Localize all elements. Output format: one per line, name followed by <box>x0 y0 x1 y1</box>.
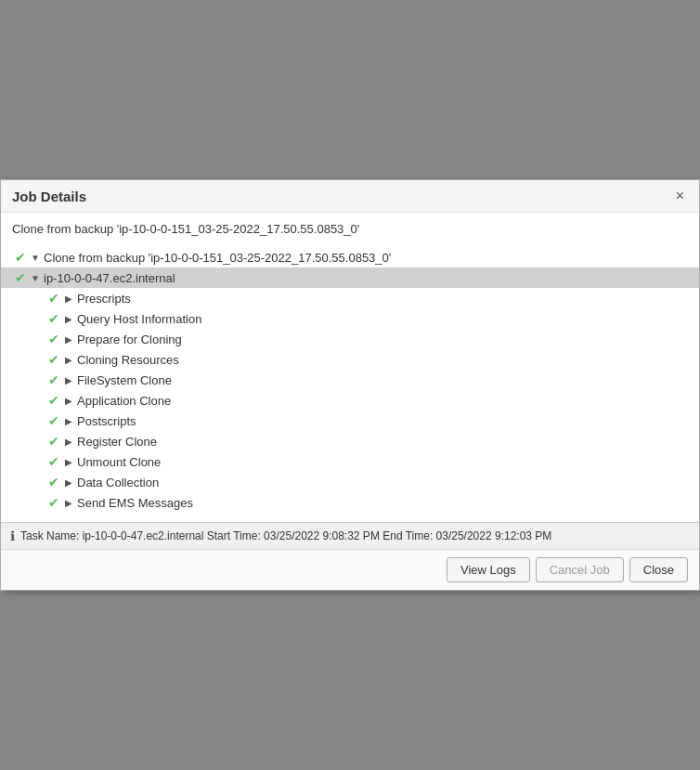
dialog-title: Job Details <box>12 189 86 204</box>
check-icon: ✔ <box>12 250 29 265</box>
tree-item[interactable]: ✔▶Unmount Clone <box>12 451 688 472</box>
expand-icon[interactable]: ▶ <box>62 416 75 426</box>
tree-item-label: Prescripts <box>77 292 131 306</box>
tree-item-label: Data Collection <box>77 476 159 489</box>
tree-item[interactable]: ✔▶Query Host Information <box>12 308 688 329</box>
status-text: Task Name: ip-10-0-0-47.ec2.internal Sta… <box>20 529 551 542</box>
tree-item[interactable]: ✔▼ip-10-0-0-47.ec2.internal <box>1 268 699 288</box>
tree-item[interactable]: ✔▶Send EMS Messages <box>12 492 688 513</box>
expand-icon[interactable]: ▶ <box>62 294 75 304</box>
expand-icon[interactable]: ▶ <box>62 457 75 467</box>
tree-item[interactable]: ✔▼Clone from backup 'ip-10-0-0-151_03-25… <box>12 247 688 268</box>
expand-icon[interactable]: ▶ <box>62 477 75 488</box>
tree-item[interactable]: ✔▶Prescripts <box>12 288 688 308</box>
check-icon: ✔ <box>45 332 62 346</box>
tree-item-label: Prepare for Cloning <box>77 333 182 346</box>
tree-item[interactable]: ✔▶Data Collection <box>12 472 688 492</box>
job-tree: ✔▼Clone from backup 'ip-10-0-0-151_03-25… <box>12 247 688 513</box>
info-icon: ℹ <box>10 529 15 543</box>
cancel-job-button[interactable]: Cancel Job <box>536 557 624 582</box>
tree-item[interactable]: ✔▶FileSystem Clone <box>12 370 688 390</box>
check-icon: ✔ <box>45 291 62 306</box>
check-icon: ✔ <box>45 495 62 510</box>
tree-item-label: FileSystem Clone <box>77 373 172 387</box>
tree-item-label: Unmount Clone <box>77 455 161 469</box>
tree-item-label: Send EMS Messages <box>77 496 193 510</box>
check-icon: ✔ <box>45 352 62 367</box>
check-icon: ✔ <box>45 434 62 449</box>
tree-item-label: Postscripts <box>77 414 136 428</box>
view-logs-button[interactable]: View Logs <box>447 557 530 582</box>
expand-icon[interactable]: ▼ <box>29 253 42 263</box>
check-icon: ✔ <box>45 475 62 489</box>
dialog-footer: View Logs Cancel Job Close <box>1 549 699 590</box>
tree-item[interactable]: ✔▶Register Clone <box>12 431 688 451</box>
check-icon: ✔ <box>45 413 62 428</box>
expand-icon[interactable]: ▶ <box>62 498 75 508</box>
dialog-body: Clone from backup 'ip-10-0-0-151_03-25-2… <box>1 213 699 522</box>
check-icon: ✔ <box>45 393 62 408</box>
check-icon: ✔ <box>12 270 29 285</box>
close-x-button[interactable]: × <box>672 188 688 204</box>
check-icon: ✔ <box>45 454 62 469</box>
tree-item-label: Cloning Resources <box>77 353 179 367</box>
tree-item-label: Register Clone <box>77 435 157 449</box>
tree-item-label: ip-10-0-0-47.ec2.internal <box>44 271 175 285</box>
tree-item-label: Application Clone <box>77 394 171 408</box>
expand-icon[interactable]: ▶ <box>62 437 75 447</box>
status-bar: ℹ Task Name: ip-10-0-0-47.ec2.internal S… <box>1 522 699 549</box>
job-details-dialog: Job Details × Clone from backup 'ip-10-0… <box>0 179 700 591</box>
expand-icon[interactable]: ▶ <box>62 314 75 324</box>
expand-icon[interactable]: ▶ <box>62 334 75 345</box>
expand-icon[interactable]: ▶ <box>62 396 75 406</box>
expand-icon[interactable]: ▼ <box>29 273 42 283</box>
tree-item-label: Clone from backup 'ip-10-0-0-151_03-25-2… <box>44 251 391 265</box>
check-icon: ✔ <box>45 372 62 387</box>
main-title: Clone from backup 'ip-10-0-0-151_03-25-2… <box>12 222 688 236</box>
tree-item-label: Query Host Information <box>77 312 201 326</box>
tree-item[interactable]: ✔▶Application Clone <box>12 390 688 411</box>
tree-item[interactable]: ✔▶Postscripts <box>12 411 688 431</box>
tree-item[interactable]: ✔▶Prepare for Cloning <box>12 329 688 349</box>
dialog-header: Job Details × <box>1 180 699 213</box>
expand-icon[interactable]: ▶ <box>62 355 75 365</box>
tree-item[interactable]: ✔▶Cloning Resources <box>12 349 688 370</box>
expand-icon[interactable]: ▶ <box>62 375 75 385</box>
close-button[interactable]: Close <box>629 557 688 582</box>
check-icon: ✔ <box>45 311 62 326</box>
